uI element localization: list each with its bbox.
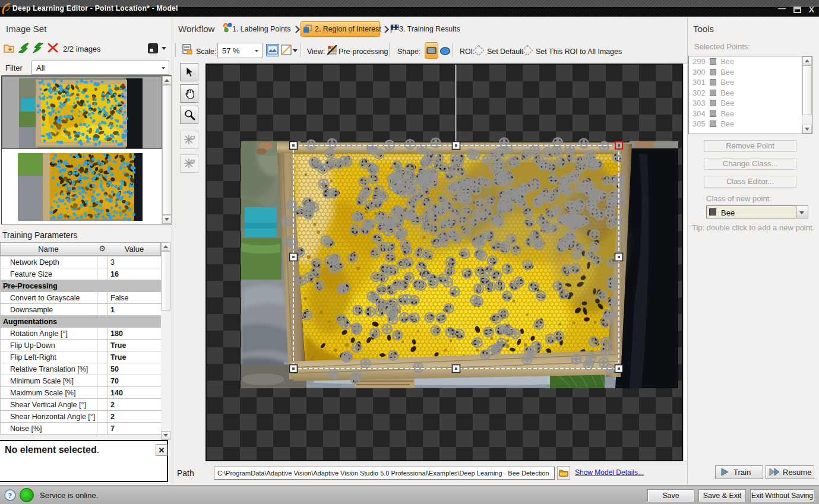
svg-text:?: ? (8, 491, 12, 500)
svg-text:A: A (224, 24, 227, 28)
